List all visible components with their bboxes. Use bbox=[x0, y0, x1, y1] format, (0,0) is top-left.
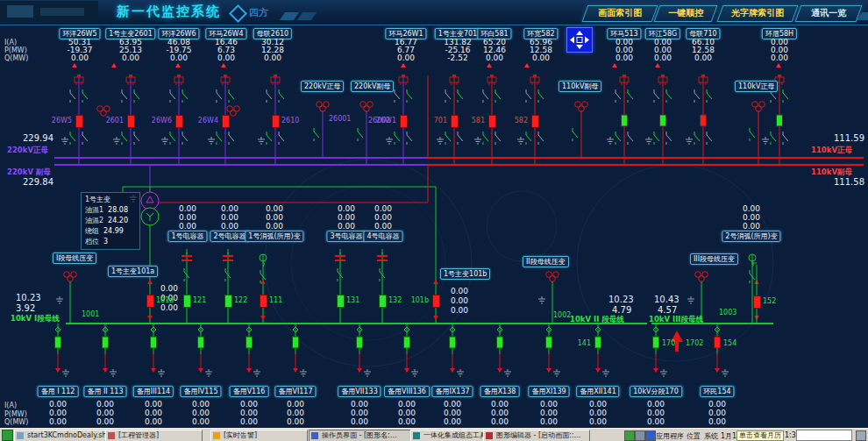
sifang-logo-icon bbox=[229, 4, 247, 23]
bottom-feeder-value: 0.00 bbox=[589, 409, 607, 417]
breaker-131[interactable] bbox=[337, 295, 345, 308]
aux-bay-value: 0.00 bbox=[179, 223, 196, 231]
aux-bay-button[interactable]: 2号消弧(所用)变 bbox=[722, 231, 780, 242]
breaker-26W6[interactable] bbox=[175, 115, 183, 128]
bottom-feeder-button[interactable]: 备用X138 bbox=[480, 386, 520, 397]
breaker-581[interactable] bbox=[488, 115, 496, 128]
bottom-feeder-value: 0.00 bbox=[49, 418, 67, 426]
taskbar-item-5[interactable]: 图形编辑器 - [启动画面::… bbox=[483, 430, 590, 441]
aux-bay-button[interactable]: 4号电容器 bbox=[363, 231, 402, 242]
taskbar-item-0[interactable]: start3KCmdnoDealy.sh bbox=[14, 430, 116, 441]
incomer-101b-button[interactable]: 1号主变101b bbox=[440, 268, 490, 280]
tray-icon-1 bbox=[635, 430, 645, 441]
taskbar: start3KCmdnoDealy.sh[工程管理器][实时告警]操作员界面 -… bbox=[0, 428, 868, 441]
row-label-reactive-power: Q(MW) bbox=[4, 54, 28, 62]
tray-menu-0[interactable]: 应用程序 bbox=[656, 431, 684, 441]
incomer-101a-button[interactable]: 1号主变101a bbox=[108, 266, 158, 277]
feeder-reactive-power: -2.52 bbox=[447, 54, 467, 62]
bottom-feeder-value: 0.00 bbox=[398, 401, 416, 409]
aux-bay-button[interactable]: 2号电容器 bbox=[210, 231, 249, 242]
bottom-feeder-button[interactable]: 备用IV115 bbox=[180, 386, 221, 397]
bus110-main-voltage: 111.59 bbox=[834, 133, 864, 143]
taskbar-item-icon bbox=[108, 432, 115, 439]
bus220-aux-tag: 220kV副母 bbox=[351, 81, 394, 92]
bottom-feeder-button[interactable]: 备用IX137 bbox=[431, 386, 473, 397]
bottom-feeder-value: 0.00 bbox=[49, 401, 67, 409]
breaker-152[interactable] bbox=[753, 295, 761, 309]
taskbar-item-icon bbox=[486, 432, 493, 439]
nav-comm-overview-button[interactable]: 通讯一览 bbox=[795, 5, 863, 22]
bottom-feeder-button[interactable]: 备用 I 112 bbox=[38, 386, 79, 397]
bus110-aux-voltage: 111.58 bbox=[834, 177, 864, 187]
nav-annunciator-index-button[interactable]: 光字牌索引图 bbox=[717, 5, 799, 22]
tray-menu-2[interactable]: 系统 bbox=[704, 431, 718, 441]
alarm-tick-icon bbox=[655, 63, 660, 68]
tray-icon-right[interactable] bbox=[856, 430, 866, 441]
aux-bay-button[interactable]: 1号消弧(所用)变 bbox=[245, 231, 303, 242]
bus110-main-name: 110kV正母 bbox=[811, 146, 852, 156]
feeder-reactive-power: 0.00 bbox=[264, 54, 281, 62]
bottom-feeder-button[interactable]: 备用XI139 bbox=[528, 386, 569, 397]
aux-bay-value: 0.00 bbox=[266, 205, 283, 213]
aux-bay-value: 0.00 bbox=[743, 214, 760, 222]
tray-icon-0 bbox=[624, 430, 635, 441]
nav-screen-index-button[interactable]: 画面索引图 bbox=[582, 5, 658, 22]
breaker-101b[interactable] bbox=[432, 295, 440, 308]
aux-bay-button[interactable]: 1号电容器 bbox=[167, 231, 207, 242]
breaker-label-2610: 2610 bbox=[281, 117, 299, 124]
bottom-feeder-value: 0.00 bbox=[540, 401, 558, 409]
bottom-feeder-value: 0.00 bbox=[708, 401, 726, 409]
disconnect-label-1002: 1002 bbox=[553, 311, 571, 319]
pt-section1-button[interactable]: I段母线压变 bbox=[53, 253, 96, 264]
alarm-tick-icon bbox=[111, 63, 117, 68]
nav-one-key-sequence-button[interactable]: 一键顺控 bbox=[654, 5, 718, 22]
bottom-feeder-button[interactable]: 备用VI117 bbox=[274, 386, 316, 397]
breaker-122[interactable] bbox=[224, 295, 232, 308]
bottom-feeder-value: 0.00 bbox=[491, 418, 509, 426]
bottom-feeder-value: 0.00 bbox=[192, 401, 210, 409]
pt-section2-button[interactable]: II段母线压变 bbox=[523, 256, 569, 267]
compass-nav-button[interactable] bbox=[566, 27, 593, 53]
aux-bay-button[interactable]: 3号电容器 bbox=[326, 231, 366, 242]
breaker-label-701: 701 bbox=[434, 117, 447, 124]
bottom-feeder-button[interactable]: 备用XII141 bbox=[576, 386, 619, 397]
taskbar-item-2[interactable]: [实时告警] bbox=[210, 430, 308, 441]
bottom-feeder-button[interactable]: 备用V116 bbox=[230, 386, 269, 397]
taskbar-item-4[interactable]: 一体化集成组态工具 - [… bbox=[410, 430, 494, 441]
header-left-block bbox=[0, 1, 98, 23]
bottom-feeder-button[interactable]: 备用III114 bbox=[133, 386, 174, 397]
breaker-701[interactable] bbox=[451, 115, 459, 128]
bottom-feeder-button[interactable]: 备用 II 113 bbox=[83, 386, 126, 397]
bottom-feeder-value: 0.00 bbox=[444, 418, 461, 426]
bottom-feeder-button[interactable]: 环民154 bbox=[700, 386, 734, 397]
breaker-121[interactable] bbox=[183, 295, 191, 308]
disconnect-label-26002: 26002 bbox=[368, 117, 390, 124]
bottom-feeder-value: 0.00 bbox=[444, 409, 461, 417]
breaker-582[interactable] bbox=[531, 115, 539, 128]
breaker-2610[interactable] bbox=[272, 115, 280, 128]
breaker-26W1[interactable] bbox=[400, 115, 408, 128]
bus110-main-tag: 110kV正母 bbox=[735, 81, 778, 92]
bottom-feeder-value: 0.00 bbox=[491, 409, 509, 417]
breaker-132[interactable] bbox=[379, 295, 387, 308]
breaker-111[interactable] bbox=[260, 295, 267, 308]
breaker-label-26W6: 26W6 bbox=[152, 117, 172, 124]
breaker-26W5[interactable] bbox=[75, 115, 83, 128]
tray-menu-1[interactable]: 位置 bbox=[687, 431, 701, 441]
breaker-label-2601: 2601 bbox=[106, 117, 124, 124]
breaker-26W4[interactable] bbox=[222, 115, 230, 128]
breaker-101a[interactable] bbox=[146, 295, 154, 308]
bottom-feeder-button[interactable]: 10kV分段170 bbox=[630, 386, 682, 397]
taskbar-item-3[interactable]: 操作员界面 - [图形名:… bbox=[309, 430, 421, 441]
bottom-feeder-button[interactable]: 备用VII133 bbox=[338, 386, 381, 397]
quick-launch-box[interactable] bbox=[796, 430, 852, 441]
launcher-icon[interactable] bbox=[2, 430, 13, 441]
breaker-label-101b: 101b bbox=[411, 296, 429, 304]
pt-section3-button[interactable]: III段母线压变 bbox=[690, 253, 738, 265]
taskbar-item-1[interactable]: [工程管理器] bbox=[105, 430, 203, 441]
incomer-101a-value: 0.00 bbox=[160, 304, 178, 312]
bottom-feeder-button[interactable]: 备用VIII136 bbox=[384, 386, 430, 397]
breaker-2601[interactable] bbox=[127, 115, 135, 128]
bus220-main-name: 220kV正母 bbox=[7, 146, 48, 156]
bus10-1-voltage2: 3.92 bbox=[16, 303, 35, 313]
